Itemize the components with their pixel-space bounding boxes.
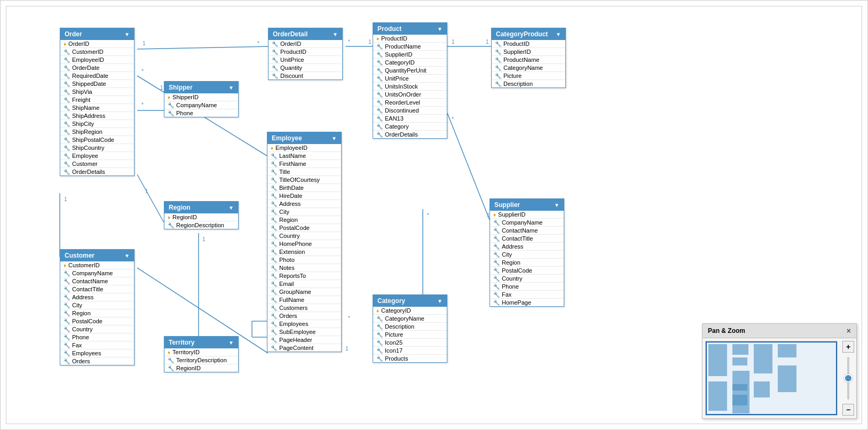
field-icon: 🔧 — [64, 113, 70, 119]
svg-text:1: 1 — [143, 41, 146, 46]
table-row: 🔧UnitPrice — [373, 75, 447, 83]
table-header-territory[interactable]: Territory▼ — [164, 337, 238, 348]
field-name: CategoryID — [381, 307, 411, 314]
field-name: Description — [385, 323, 414, 330]
table-product[interactable]: Product▼♦ProductID🔧ProductName🔧SupplierI… — [373, 22, 447, 139]
field-icon: 🔧 — [376, 60, 383, 66]
field-icon: 🔧 — [64, 65, 70, 71]
field-name: ProductName — [385, 43, 421, 50]
table-row: 🔧OrderDate — [60, 64, 134, 72]
table-row: 🔧Freight — [60, 96, 134, 104]
field-name: RequiredDate — [72, 73, 108, 79]
field-name: UnitPrice — [280, 57, 304, 63]
field-icon: 🔧 — [64, 302, 70, 308]
field-name: Fax — [72, 342, 82, 348]
table-row: 🔧FullName — [267, 296, 341, 304]
field-icon: 🔧 — [64, 286, 70, 292]
field-name: HireDate — [279, 193, 302, 199]
field-name: ContactTitle — [502, 235, 533, 242]
table-header-orderDetail[interactable]: OrderDetail▼ — [269, 28, 342, 40]
table-orderDetail[interactable]: OrderDetail▼🔧OrderID🔧ProductID🔧UnitPrice… — [268, 28, 343, 80]
field-icon: 🔧 — [271, 161, 277, 167]
table-row: 🔧CompanyName — [490, 219, 564, 227]
field-icon: 🔧 — [271, 193, 277, 199]
field-name: Icon25 — [385, 339, 403, 346]
table-customer[interactable]: Customer▼♦CustomerID🔧CompanyName🔧Contact… — [60, 249, 135, 365]
svg-text:1: 1 — [160, 85, 163, 91]
field-icon: 🔧 — [376, 316, 383, 322]
svg-text:1: 1 — [202, 236, 206, 242]
field-icon: 🔧 — [64, 318, 70, 324]
field-name: CustomerID — [72, 49, 104, 55]
table-header-customer[interactable]: Customer▼ — [60, 250, 134, 261]
table-territory[interactable]: Territory▼♦TerritoryID🔧TerritoryDescript… — [164, 336, 239, 372]
field-name: City — [502, 251, 512, 258]
table-row: 🔧EmployeeID — [60, 56, 134, 64]
zoom-slider[interactable] — [847, 357, 849, 400]
table-header-supplier[interactable]: Supplier▼ — [490, 199, 564, 211]
field-icon: 🔧 — [271, 321, 277, 327]
svg-text:*: * — [141, 68, 144, 74]
table-row: 🔧Products — [373, 355, 447, 362]
field-icon: 🔧 — [376, 100, 383, 106]
table-row: ♦ShipperID — [164, 93, 238, 101]
table-row: ♦SupplierID — [490, 211, 564, 219]
table-header-product[interactable]: Product▼ — [373, 23, 447, 35]
table-category[interactable]: Category▼♦CategoryID🔧CategoryName🔧Descri… — [373, 294, 447, 363]
table-row: 🔧Country — [60, 325, 134, 333]
table-shipper[interactable]: Shipper▼♦ShipperID🔧CompanyName🔧Phone — [164, 81, 239, 117]
zoom-slider-thumb[interactable] — [844, 374, 853, 383]
field-name: QuantityPerUnit — [385, 67, 427, 74]
table-row: 🔧CompanyName — [60, 269, 134, 277]
table-header-order[interactable]: Order▼ — [60, 28, 134, 40]
zoom-out-button[interactable]: − — [842, 404, 854, 416]
field-name: Title — [279, 169, 290, 175]
field-name: Email — [279, 281, 294, 287]
field-name: ShipRegion — [72, 129, 102, 135]
svg-text:*: * — [257, 41, 259, 46]
field-icon: 🔧 — [64, 137, 70, 143]
table-row: 🔧City — [267, 208, 341, 216]
table-supplier[interactable]: Supplier▼♦SupplierID🔧CompanyName🔧Contact… — [490, 198, 564, 307]
field-icon: 🔧 — [493, 244, 500, 250]
field-name: UnitsOnOrder — [385, 91, 421, 98]
table-row: 🔧Notes — [267, 264, 341, 272]
field-icon: 🔧 — [64, 57, 70, 63]
svg-line-21 — [447, 113, 490, 220]
field-name: Fax — [502, 291, 511, 298]
table-header-region[interactable]: Region▼ — [164, 202, 238, 213]
field-icon: 🔧 — [376, 324, 383, 330]
table-row: 🔧Orders — [60, 357, 134, 365]
table-row: 🔧ShipAddress — [60, 112, 134, 120]
table-employee[interactable]: Employee▼♦EmployeeID🔧LastName🔧FirstName🔧… — [267, 132, 342, 352]
field-name: HomePhone — [279, 241, 312, 247]
field-icon: 🔧 — [272, 65, 278, 71]
table-categoryProduct[interactable]: CategoryProduct▼🔧ProductID🔧SupplierID🔧Pr… — [491, 28, 566, 88]
field-name: Employees — [72, 350, 101, 356]
field-name: BirthDate — [279, 185, 304, 191]
table-header-employee[interactable]: Employee▼ — [267, 132, 341, 144]
table-row: 🔧HireDate — [267, 192, 341, 200]
table-row: 🔧ShipCity — [60, 120, 134, 128]
table-row: 🔧SupplierID — [492, 48, 565, 56]
table-header-categoryProduct[interactable]: CategoryProduct▼ — [492, 28, 565, 40]
field-name: UnitPrice — [385, 75, 409, 82]
field-name: CategoryID — [385, 59, 415, 66]
field-name: ShipPostalCode — [72, 137, 114, 143]
field-icon: 🔧 — [272, 57, 278, 63]
field-icon: 🔧 — [493, 252, 500, 258]
table-header-category[interactable]: Category▼ — [373, 295, 447, 307]
table-row: 🔧RegionID — [164, 364, 238, 372]
table-header-shipper[interactable]: Shipper▼ — [164, 82, 238, 93]
pan-zoom-minimap[interactable] — [705, 341, 838, 416]
pan-zoom-close-button[interactable]: × — [847, 327, 851, 335]
field-name: FirstName — [279, 161, 306, 167]
field-icon: 🔧 — [271, 257, 277, 263]
field-name: PostalCode — [72, 318, 102, 324]
table-order[interactable]: Order▼♦OrderID🔧CustomerID🔧EmployeeID🔧Ord… — [60, 28, 135, 176]
zoom-in-button[interactable]: + — [842, 341, 854, 353]
table-row: 🔧PostalCode — [267, 224, 341, 232]
field-name: EAN13 — [385, 115, 404, 122]
table-region[interactable]: Region▼♦RegionID🔧RegionDescription — [164, 201, 239, 229]
table-row: 🔧CategoryName — [373, 315, 447, 323]
